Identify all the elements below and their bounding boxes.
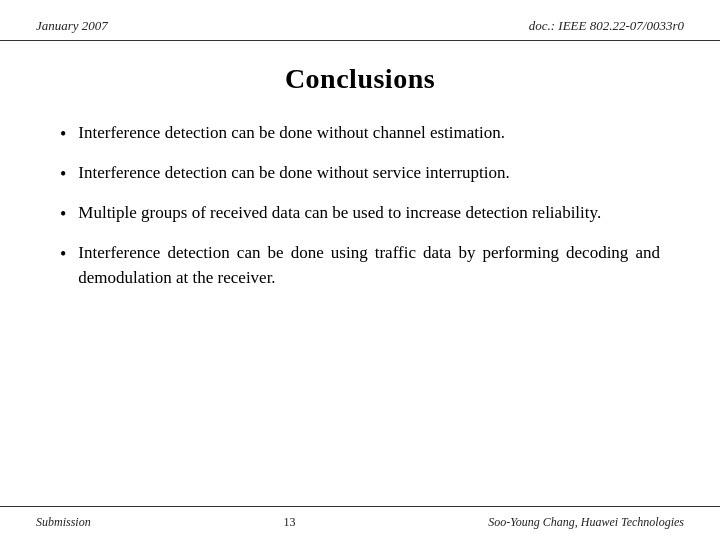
content-section: • Interference detection can be done wit… bbox=[0, 105, 720, 506]
header-doc-id: doc.: IEEE 802.22-07/0033r0 bbox=[529, 18, 684, 34]
bullet-dot-4: • bbox=[60, 241, 66, 267]
header-date: January 2007 bbox=[36, 18, 108, 34]
bullet-item-3: • Multiple groups of received data can b… bbox=[60, 201, 660, 227]
bullet-list: • Interference detection can be done wit… bbox=[60, 121, 660, 305]
footer-submission: Submission bbox=[36, 515, 91, 530]
bullet-dot-2: • bbox=[60, 161, 66, 187]
slide-title: Conclusions bbox=[36, 63, 684, 95]
bullet-item-1: • Interference detection can be done wit… bbox=[60, 121, 660, 147]
footer-author: Soo-Young Chang, Huawei Technologies bbox=[488, 515, 684, 530]
bullet-item-2: • Interference detection can be done wit… bbox=[60, 161, 660, 187]
bullet-text-4: Interference detection can be done using… bbox=[78, 241, 660, 290]
bullet-text-2: Interference detection can be done witho… bbox=[78, 161, 660, 186]
bullet-dot-3: • bbox=[60, 201, 66, 227]
bullet-text-1: Interference detection can be done witho… bbox=[78, 121, 660, 146]
bullet-item-4: • Interference detection can be done usi… bbox=[60, 241, 660, 290]
bullet-dot-1: • bbox=[60, 121, 66, 147]
bullet-text-3: Multiple groups of received data can be … bbox=[78, 201, 660, 226]
title-section: Conclusions bbox=[0, 41, 720, 105]
slide-header: January 2007 doc.: IEEE 802.22-07/0033r0 bbox=[0, 0, 720, 41]
slide: January 2007 doc.: IEEE 802.22-07/0033r0… bbox=[0, 0, 720, 540]
slide-footer: Submission 13 Soo-Young Chang, Huawei Te… bbox=[0, 506, 720, 540]
footer-page-number: 13 bbox=[283, 515, 295, 530]
